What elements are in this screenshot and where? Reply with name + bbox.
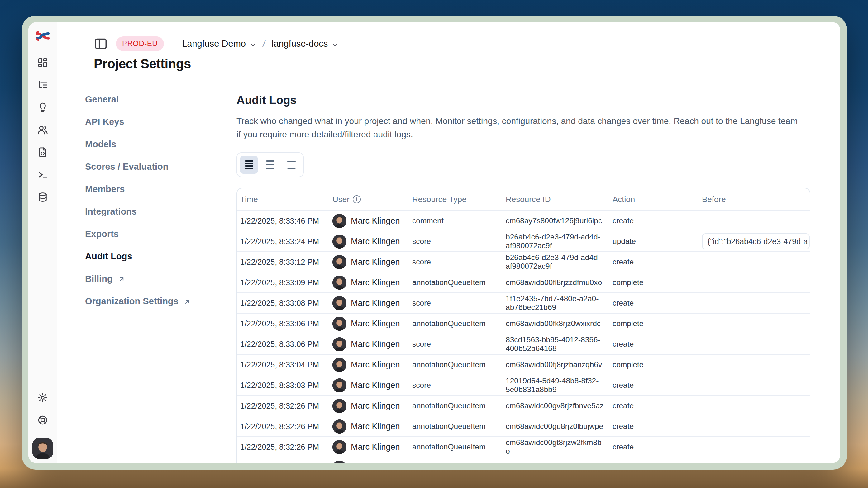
user-avatar	[333, 214, 346, 228]
cell-resource-id: cm68awidc00gu8rjz0lbujwpe	[502, 422, 610, 431]
cell-action: create	[610, 258, 699, 266]
column-header-before[interactable]: Before	[699, 195, 810, 204]
settings-nav-item-members[interactable]: Members	[85, 178, 237, 200]
column-header-action[interactable]: Action	[610, 195, 699, 204]
settings-nav-item-general[interactable]: General	[85, 88, 237, 110]
audit-log-row[interactable]: 1/22/2025, 8:33:24 PM Marc Klingen score…	[237, 231, 810, 251]
user-avatar	[333, 440, 346, 454]
cell-user: Marc Klingen	[329, 337, 409, 351]
user-avatar	[333, 358, 346, 372]
cell-resource-id: cm68ay7s800fw126j9uri6lpc	[502, 217, 610, 225]
cell-action: update	[610, 237, 699, 246]
row-height-dense-button[interactable]	[240, 156, 258, 174]
cell-user: Marc Klingen	[329, 317, 409, 331]
audit-log-row[interactable]: 1/22/2025, 8:32:26 PM Marc Klingen annot…	[237, 436, 810, 457]
settings-nav-item-integrations[interactable]: Integrations	[85, 200, 237, 223]
user-name: Marc Klingen	[351, 298, 400, 308]
settings-nav-item-organization-settings[interactable]: Organization Settings	[85, 290, 237, 312]
dashboard-grid-icon[interactable]	[37, 57, 48, 68]
org-breadcrumb[interactable]: Langfuse Demo	[182, 39, 256, 49]
cell-resource-id: cm68awidc00gv8rjzfbnve5az	[502, 401, 610, 410]
cell-user: Marc Klingen	[329, 399, 409, 413]
cell-resource-type: annotationQueueItem	[409, 422, 502, 431]
info-icon[interactable]: i	[353, 195, 361, 203]
cell-resource-type: annotationQueueItem	[409, 319, 502, 328]
column-header-resource-id[interactable]: Resource ID	[502, 195, 610, 204]
table-body: 1/22/2025, 8:33:46 PM Marc Klingen comme…	[237, 210, 810, 463]
cell-user: Marc Klingen	[329, 461, 409, 463]
audit-log-row[interactable]: 1/22/2025, 8:33:12 PM Marc Klingen score…	[237, 251, 810, 272]
sidebar-rail	[28, 22, 57, 463]
cell-resource-type: score	[409, 237, 502, 246]
cell-user: Marc Klingen	[329, 296, 409, 310]
user-name: Marc Klingen	[351, 422, 400, 431]
topbar-separator	[173, 36, 173, 51]
main-area: PROD-EU Langfuse Demo / langfuse-docs	[57, 22, 840, 463]
chevron-down-icon	[250, 40, 256, 47]
cell-action: create	[610, 443, 699, 451]
user-name: Marc Klingen	[351, 237, 400, 246]
playground-terminal-icon[interactable]	[37, 169, 48, 180]
row-height-tall-button[interactable]	[282, 156, 300, 174]
section-description: Track who changed what in your project a…	[237, 114, 804, 141]
audit-log-row[interactable]: 1/22/2025, 8:33:46 PM Marc Klingen comme…	[237, 210, 810, 231]
cell-resource-id: 1f1e2435-7bd7-480e-a2a0-ab76bec21b69	[502, 294, 610, 312]
datasets-file-code-icon[interactable]	[37, 147, 48, 158]
settings-nav-item-scores-evaluation[interactable]: Scores / Evaluation	[85, 155, 237, 178]
cell-time: 1/22/2025, 8:33:08 PM	[237, 299, 329, 308]
settings-nav-item-audit-logs[interactable]: Audit Logs	[85, 245, 237, 267]
audit-log-row[interactable]: 1/22/2025, 8:33:04 PM Marc Klingen annot…	[237, 354, 810, 375]
column-header-user[interactable]: User i	[329, 195, 409, 204]
audit-log-row[interactable]: 1/22/2025, 8:33:09 PM Marc Klingen annot…	[237, 272, 810, 292]
settings-nav-item-models[interactable]: Models	[85, 133, 237, 155]
settings-nav-item-billing[interactable]: Billing	[85, 267, 237, 290]
audit-log-table: Time User i Resource Type Resource ID Ac…	[237, 188, 810, 463]
cell-resource-id: 83cd1563-bb95-4012-8356-400b52b64168	[502, 335, 610, 353]
settings-nav-label: Billing	[85, 274, 113, 284]
app-window-frame: PROD-EU Langfuse Demo / langfuse-docs	[22, 15, 847, 469]
users-icon[interactable]	[37, 125, 48, 135]
row-height-medium-button[interactable]	[261, 156, 279, 174]
cell-action: create	[610, 381, 699, 390]
sidebar-rail-bottom	[32, 387, 53, 459]
settings-gear-icon[interactable]	[37, 392, 48, 403]
project-breadcrumb[interactable]: langfuse-docs	[272, 39, 339, 49]
user-avatar	[333, 379, 346, 392]
settings-nav-item-exports[interactable]: Exports	[85, 223, 237, 245]
desktop-background: PROD-EU Langfuse Demo / langfuse-docs	[0, 0, 868, 488]
row-height-toolbar	[237, 152, 304, 177]
audit-log-row[interactable]: 1/22/2025, 8:33:06 PM Marc Klingen annot…	[237, 313, 810, 333]
settings-nav-label: Exports	[85, 229, 119, 239]
prompts-lightbulb-icon[interactable]	[37, 102, 48, 113]
cell-time: 1/22/2025, 8:32:26 PM	[237, 401, 329, 411]
column-header-resource-type[interactable]: Resource Type	[409, 195, 502, 204]
cell-action: create	[610, 401, 699, 410]
settings-nav-item-api-keys[interactable]: API Keys	[85, 110, 237, 133]
environment-badge[interactable]: PROD-EU	[116, 36, 164, 51]
cell-action: create	[610, 217, 699, 225]
cell-resource-type: score	[409, 299, 502, 307]
audit-log-row[interactable]: 1/22/2025, 8:32:26 PM Marc Klingen annot…	[237, 416, 810, 436]
cell-time: 1/22/2025, 8:33:06 PM	[237, 340, 329, 349]
user-avatar[interactable]	[32, 438, 53, 459]
sidebar-toggle-icon[interactable]	[94, 37, 108, 51]
audit-log-row[interactable]: 1/22/2025, 8:33:03 PM Marc Klingen score…	[237, 375, 810, 395]
cell-resource-id: b26ab4c6-d2e3-479d-ad4d-af980072ac9f	[502, 233, 610, 250]
support-life-ring-icon[interactable]	[37, 415, 48, 425]
audit-log-row[interactable]: 1/22/2025, 8:32:26 PM Marc Klingen annot…	[237, 457, 810, 463]
langfuse-logo-icon[interactable]	[35, 30, 50, 42]
user-name: Marc Klingen	[351, 381, 400, 390]
audit-log-row[interactable]: 1/22/2025, 8:33:06 PM Marc Klingen score…	[237, 333, 810, 354]
cell-time: 1/22/2025, 8:33:12 PM	[237, 258, 329, 267]
cell-user: Marc Klingen	[329, 420, 409, 433]
cell-resource-type: score	[409, 258, 502, 266]
before-json-preview[interactable]: {"id":"b26ab4c6-d2e3-479d-a	[702, 233, 810, 250]
tracing-tree-icon[interactable]	[37, 80, 48, 90]
cell-time: 1/22/2025, 8:32:26 PM	[237, 422, 329, 431]
cell-resource-type: comment	[409, 217, 502, 225]
database-icon[interactable]	[37, 192, 48, 202]
audit-log-row[interactable]: 1/22/2025, 8:33:08 PM Marc Klingen score…	[237, 292, 810, 313]
audit-log-row[interactable]: 1/22/2025, 8:32:26 PM Marc Klingen annot…	[237, 395, 810, 416]
column-header-time[interactable]: Time	[237, 195, 329, 204]
cell-resource-type: annotationQueueItem	[409, 278, 502, 287]
